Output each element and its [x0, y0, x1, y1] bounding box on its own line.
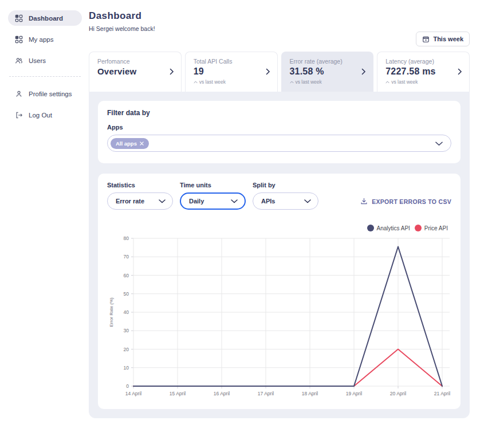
- statistics-value: Error rate: [116, 198, 144, 205]
- chart-legend: Analytics API Price API: [107, 225, 448, 231]
- svg-text:70: 70: [124, 254, 129, 260]
- stat-trend: vs last week: [385, 79, 461, 85]
- chip-label: All apps: [116, 140, 137, 147]
- stat-trend: vs last week: [194, 79, 269, 85]
- sidebar-item-label: Dashboard: [29, 15, 63, 22]
- sidebar-item-label: My apps: [29, 36, 53, 43]
- legend-label: Analytics API: [377, 225, 410, 231]
- time-units-select[interactable]: Daily: [180, 192, 246, 210]
- stat-value: Overview: [97, 66, 173, 76]
- time-units-control: Time units Daily: [180, 182, 246, 210]
- stat-label: Error rate (average): [290, 58, 365, 65]
- person-icon: [15, 90, 23, 98]
- legend-dot: [415, 225, 422, 231]
- svg-text:40: 40: [124, 309, 129, 315]
- grid-icon: [15, 36, 23, 44]
- apps-field-label: Apps: [107, 124, 451, 131]
- sidebar-item-dashboard[interactable]: Dashboard: [8, 10, 82, 26]
- chevron-down-icon: [159, 199, 166, 203]
- export-csv-label: EXPORT ERRORS TO CSV: [372, 198, 451, 205]
- tab-total-api-calls[interactable]: Total API Calls 19 vs last week: [185, 52, 278, 92]
- svg-text:80: 80: [124, 235, 129, 241]
- stat-trend: vs last week: [290, 79, 365, 85]
- stat-value: 7227.58 ms: [385, 66, 461, 77]
- chevron-right-icon: [458, 67, 462, 77]
- logout-icon: [15, 111, 23, 119]
- sidebar-item-label: Profile settings: [29, 91, 72, 97]
- svg-text:17 April: 17 April: [258, 391, 274, 396]
- filter-title: Filter data by: [107, 109, 451, 117]
- chevron-right-icon: [266, 67, 270, 77]
- stat-value: 31.58 %: [290, 66, 365, 77]
- statistics-control: Statistics Error rate: [107, 182, 173, 210]
- svg-text:18 April: 18 April: [302, 391, 318, 396]
- chevron-up-icon: [194, 81, 198, 84]
- sidebar-item-log-out[interactable]: Log Out: [8, 107, 82, 123]
- grid-icon: [15, 14, 23, 22]
- legend-dot: [367, 225, 374, 231]
- main-content: Dashboard Hi Sergei welcome back! This w…: [89, 0, 470, 429]
- x-icon[interactable]: [140, 142, 144, 146]
- time-units-label: Time units: [180, 182, 246, 188]
- period-selector-label: This week: [433, 36, 463, 42]
- tab-performance-overview[interactable]: Perfomance Overview: [89, 52, 182, 92]
- users-icon: [15, 57, 23, 65]
- split-by-select[interactable]: APIs: [253, 192, 318, 210]
- svg-text:10: 10: [124, 365, 129, 371]
- svg-text:0: 0: [126, 383, 129, 389]
- statistics-select[interactable]: Error rate: [107, 192, 173, 210]
- error-chart: 0102030405060708014 April15 April16 Apri…: [107, 233, 451, 401]
- chart-card: Statistics Error rate Time units Daily: [98, 174, 461, 409]
- svg-text:21 April: 21 April: [434, 391, 450, 396]
- legend-item-price-api[interactable]: Price API: [415, 225, 448, 231]
- time-units-value: Daily: [189, 198, 204, 205]
- svg-text:16 April: 16 April: [214, 391, 230, 396]
- greeting-text: Hi Sergei welcome back!: [89, 25, 470, 32]
- chart-controls-row: Statistics Error rate Time units Daily: [107, 182, 451, 210]
- svg-text:14 April: 14 April: [125, 391, 141, 396]
- all-apps-chip[interactable]: All apps: [111, 138, 149, 149]
- svg-text:Error Rate (%): Error Rate (%): [109, 297, 114, 327]
- split-by-control: Split by APIs: [253, 182, 318, 210]
- dashboard-panel: Filter data by Apps All apps Statistic: [89, 92, 470, 418]
- chevron-right-icon: [170, 67, 174, 77]
- chevron-down-icon: [304, 199, 311, 203]
- statistics-label: Statistics: [107, 182, 173, 188]
- svg-text:50: 50: [124, 291, 129, 297]
- app-window: Dashboard My apps Users: [0, 0, 488, 429]
- calendar-icon: [422, 36, 430, 43]
- sidebar-item-label: Log Out: [29, 112, 52, 119]
- split-by-label: Split by: [253, 182, 318, 188]
- period-selector-button[interactable]: This week: [416, 32, 470, 46]
- tab-latency[interactable]: Latency (average) 7227.58 ms vs last wee…: [377, 52, 470, 92]
- chevron-down-icon[interactable]: [435, 138, 443, 148]
- chevron-up-icon: [290, 81, 294, 84]
- tab-error-rate[interactable]: Error rate (average) 31.58 % vs last wee…: [281, 52, 374, 92]
- chevron-up-icon: [385, 81, 389, 84]
- svg-text:19 April: 19 April: [346, 391, 362, 396]
- export-csv-button[interactable]: EXPORT ERRORS TO CSV: [360, 198, 451, 210]
- sidebar-item-my-apps[interactable]: My apps: [8, 32, 82, 47]
- download-icon: [360, 198, 368, 205]
- chevron-right-icon: [361, 67, 366, 77]
- filter-card: Filter data by Apps All apps: [98, 101, 461, 163]
- stat-label: Total API Calls: [194, 58, 269, 65]
- sidebar-item-users[interactable]: Users: [8, 53, 82, 68]
- sidebar-item-profile-settings[interactable]: Profile settings: [8, 86, 82, 101]
- svg-text:30: 30: [124, 328, 129, 333]
- apps-multiselect[interactable]: All apps: [107, 135, 451, 152]
- sidebar-item-label: Users: [29, 57, 46, 64]
- svg-text:60: 60: [124, 273, 129, 278]
- svg-text:20 April: 20 April: [390, 391, 406, 396]
- svg-text:15 April: 15 April: [170, 391, 186, 396]
- chart-area: 0102030405060708014 April15 April16 Apri…: [107, 233, 451, 401]
- sidebar: Dashboard My apps Users: [0, 0, 89, 429]
- page-title: Dashboard: [89, 10, 470, 22]
- chevron-down-icon: [231, 199, 238, 203]
- legend-item-analytics-api[interactable]: Analytics API: [367, 225, 410, 231]
- stat-value: 19: [194, 66, 269, 77]
- legend-label: Price API: [424, 225, 448, 231]
- sidebar-divider: [9, 76, 81, 77]
- stat-label: Latency (average): [385, 58, 461, 65]
- split-by-value: APIs: [261, 198, 275, 205]
